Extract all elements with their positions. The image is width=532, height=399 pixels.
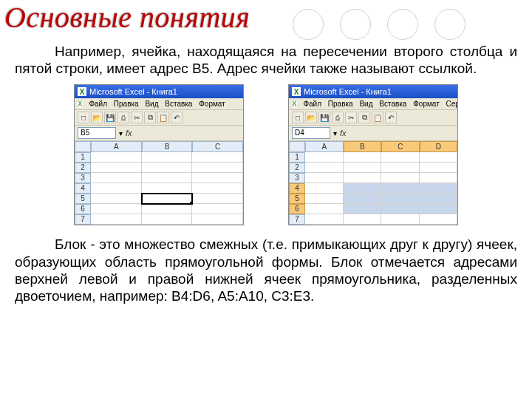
- doc-icon: X: [292, 100, 297, 108]
- spreadsheet-grid: A B C 1 2 3 4 5 6 7: [75, 141, 243, 225]
- undo-icon: ↶: [171, 112, 183, 123]
- row-header: 6: [289, 204, 305, 214]
- fx-icon: fx: [126, 129, 132, 137]
- decorative-circles: [293, 9, 466, 40]
- menu-item: Вид: [359, 100, 372, 108]
- paragraph-1-text: Например, ячейка, находящаяся на пересеч…: [15, 44, 517, 76]
- excel-screenshot-cell: X Microsoft Excel - Книга1 X Файл Правка…: [74, 84, 244, 225]
- print-icon: ⎙: [332, 112, 344, 123]
- row-header: 1: [75, 152, 91, 163]
- row-header: 5: [75, 194, 91, 204]
- col-header: B: [142, 141, 193, 152]
- col-header: C: [192, 141, 243, 152]
- col-header: B: [344, 141, 382, 152]
- excel-icon: X: [292, 87, 301, 96]
- menu-item: Вставка: [165, 100, 192, 108]
- menu-item: Сервис: [446, 100, 457, 108]
- row-header: 5: [289, 194, 305, 204]
- paste-icon: 📋: [372, 112, 383, 123]
- row-header: 4: [289, 183, 305, 194]
- row-header: 1: [289, 152, 305, 163]
- menubar: X Файл Правка Вид Вставка Формат: [75, 98, 243, 110]
- titlebar: X Microsoft Excel - Книга1: [289, 85, 457, 98]
- menu-item: Правка: [328, 100, 353, 108]
- open-icon: 📂: [305, 112, 317, 123]
- undo-icon: ↶: [385, 112, 397, 123]
- row-header: 7: [75, 214, 91, 225]
- excel-screenshot-block: X Microsoft Excel - Книга1 X Файл Правка…: [288, 84, 458, 225]
- active-cell: [142, 194, 193, 204]
- menu-item: Правка: [114, 100, 139, 108]
- save-icon: 💾: [104, 112, 116, 123]
- name-box: D4: [292, 127, 330, 139]
- row-header: 3: [75, 173, 91, 183]
- copy-icon: ⧉: [358, 112, 370, 123]
- paragraph-2: Блок - это множество смежных (т.е. примы…: [0, 227, 532, 307]
- row-header: 6: [75, 204, 91, 214]
- copy-icon: ⧉: [144, 112, 156, 123]
- col-header: C: [381, 141, 420, 152]
- formula-bar: B5 ▾ fx: [75, 126, 243, 141]
- fx-icon: fx: [340, 129, 347, 137]
- row-header: 2: [75, 163, 91, 173]
- menu-item: Вид: [145, 100, 158, 108]
- new-icon: □: [292, 112, 304, 123]
- menu-item: Файл: [303, 100, 321, 108]
- paste-icon: 📋: [157, 112, 169, 123]
- paragraph-1: Например, ячейка, находящаяся на пересеч…: [0, 34, 532, 80]
- screenshots-row: X Microsoft Excel - Книга1 X Файл Правка…: [0, 80, 532, 227]
- excel-icon: X: [78, 87, 86, 96]
- titlebar-text: Microsoft Excel - Книга1: [89, 87, 177, 96]
- row-header: 2: [289, 163, 305, 173]
- cut-icon: ✂: [131, 112, 143, 123]
- paragraph-2-text: Блок - это множество смежных (т.е. примы…: [15, 236, 517, 304]
- col-header: A: [305, 141, 344, 152]
- col-header: A: [91, 141, 142, 152]
- doc-icon: X: [78, 100, 83, 108]
- menu-item: Формат: [199, 100, 225, 108]
- grid-body: 1 2 3 4 5 6 7: [75, 152, 243, 225]
- spreadsheet-grid: A B C D 1 2 3 4 5 6 7: [289, 141, 457, 225]
- formula-bar: D4 ▾ fx: [289, 126, 457, 141]
- toolbar: □ 📂 💾 ⎙ ✂ ⧉ 📋 ↶: [289, 110, 457, 126]
- titlebar-text: Microsoft Excel - Книга1: [304, 87, 392, 96]
- selected-cell: [344, 183, 382, 194]
- name-box: B5: [78, 127, 116, 139]
- row-header: 3: [289, 173, 305, 183]
- menu-item: Формат: [413, 100, 440, 108]
- menu-item: Вставка: [379, 100, 406, 108]
- row-header: 7: [289, 214, 305, 225]
- row-header: 4: [75, 183, 91, 194]
- select-all-corner: [289, 141, 305, 152]
- cut-icon: ✂: [345, 112, 357, 123]
- grid-body: 1 2 3 4 5 6 7: [289, 152, 457, 225]
- titlebar: X Microsoft Excel - Книга1: [75, 85, 243, 98]
- dropdown-icon: ▾: [333, 129, 337, 137]
- select-all-corner: [75, 141, 91, 152]
- new-icon: □: [78, 112, 89, 123]
- toolbar: □ 📂 💾 ⎙ ✂ ⧉ 📋 ↶: [75, 110, 243, 126]
- menubar: X Файл Правка Вид Вставка Формат Сервис …: [289, 98, 457, 110]
- open-icon: 📂: [91, 112, 103, 123]
- dropdown-icon: ▾: [119, 129, 123, 137]
- print-icon: ⎙: [117, 112, 129, 123]
- save-icon: 💾: [318, 112, 330, 123]
- menu-item: Файл: [89, 100, 107, 108]
- col-header: D: [420, 141, 458, 152]
